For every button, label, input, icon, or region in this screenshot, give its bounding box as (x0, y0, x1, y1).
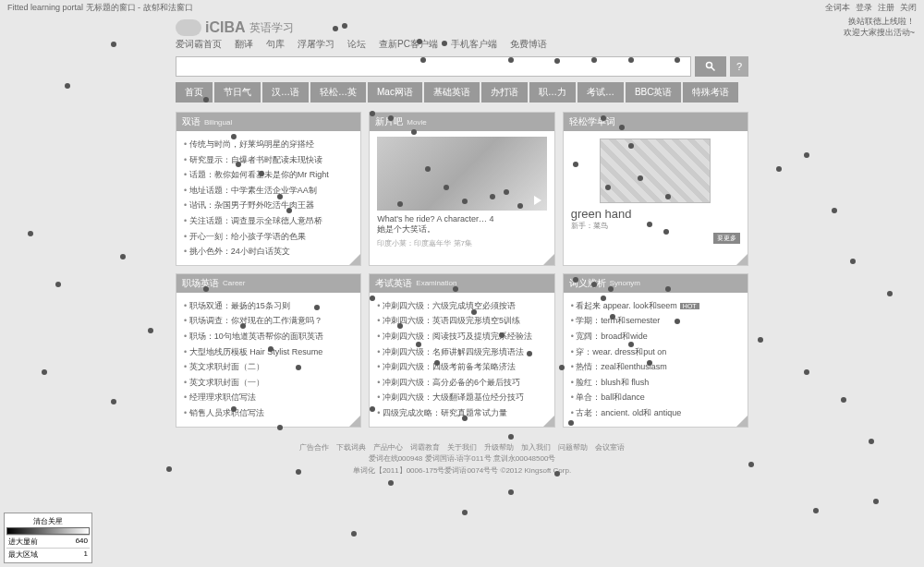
logo[interactable]: iCIBA 英语学习 (176, 19, 294, 36)
list-item[interactable]: 英文求职封面（二） (184, 359, 353, 375)
list-item[interactable]: 关注话题：调查显示全球德人意昂桥 (184, 213, 353, 229)
mainnav-7[interactable]: 职…力 (529, 82, 576, 103)
list-item[interactable]: 话题：教你如何看基未是你的Mr Right (184, 167, 353, 183)
card-list: 冲刺四六级：六级完成填空必须按语冲刺四六级：英语四级完形填空5训练冲刺四六级：阅… (377, 298, 546, 421)
search-row: ? (0, 54, 924, 82)
topnav-7[interactable]: 免费博语 (510, 38, 547, 51)
topnav-4[interactable]: 论坛 (347, 38, 366, 51)
list-item[interactable]: 看起来 appear. look和seemHOT (571, 298, 740, 314)
list-item[interactable]: 职场双通：最扬的15条习则 (184, 298, 353, 314)
footer-link-1[interactable]: 下载词典 (336, 443, 366, 452)
list-item[interactable]: 地址话题：中学素生活企业学AA制 (184, 183, 353, 199)
topnav-2[interactable]: 句库 (266, 38, 285, 51)
footer-link-7[interactable]: 问题帮助 (558, 443, 588, 452)
list-item[interactable]: 英文求职封面（一） (184, 375, 353, 391)
topnav-3[interactable]: 浮屠学习 (298, 38, 334, 51)
legend-r1-val: 640 (76, 537, 88, 547)
mainnav-10[interactable]: 特殊考语 (683, 82, 738, 103)
list-item[interactable]: 职场调查：你对现在的工作满意吗？ (184, 313, 353, 329)
card-body: What's he ride? A character… 4她是个大笑话。印度小… (370, 131, 553, 254)
mainnav-5[interactable]: 基础英语 (424, 82, 480, 103)
top-link-1[interactable]: 登录 (856, 2, 872, 14)
mainnav-6[interactable]: 办打语 (481, 82, 528, 103)
list-item[interactable]: 经理理求职信写法 (184, 390, 353, 405)
list-item[interactable]: 研究显示：自爆者书时配读未现快读 (184, 152, 353, 168)
header: iCIBA 英语学习 (0, 16, 924, 36)
list-item[interactable]: 冲刺四六级：四级考前备考策略济法 (377, 359, 546, 375)
list-item[interactable]: 学期：term和semester (571, 313, 740, 329)
footer-link-8[interactable]: 会议室语 (595, 443, 625, 452)
list-item[interactable]: 热情：zeal和enthusiasm (571, 359, 740, 375)
footer-links: 广告合作下载词典产品中心词霸教育关于我们升级帮助加入我们问题帮助会议室语 (0, 442, 924, 454)
list-item[interactable]: 冲刺四六级：阅读技巧及提填完系经验法 (377, 329, 546, 344)
topnav-5[interactable]: 查新PC客户端 (379, 38, 438, 51)
mainnav-4[interactable]: Mac网语 (368, 82, 422, 103)
list-item[interactable]: 冲刺四六级：高分必备的6个最后技巧 (377, 375, 546, 391)
legend-r2-label: 最大区域 (8, 549, 38, 560)
card-subtitle: Bilingual (204, 118, 232, 127)
list-item[interactable]: 谐讯：杂国男子野外吃活牛肉王器 (184, 198, 353, 213)
top-link-2[interactable]: 注册 (878, 2, 894, 14)
card-head: 职场英语Career (176, 274, 360, 293)
list-item[interactable]: 冲刺四六级：大级翻译题基位经分技巧 (377, 390, 546, 405)
card-2: 轻松学单词green hand新手：菜鸟要更多 (563, 112, 748, 266)
mainnav-9[interactable]: BBC英语 (626, 82, 682, 103)
footer-link-3[interactable]: 词霸教育 (410, 443, 440, 452)
card-subtitle: Examination (416, 279, 456, 287)
footer-link-4[interactable]: 关于我们 (447, 443, 477, 452)
list-item[interactable]: 职场：10句地道英语帮你的面职英语 (184, 329, 353, 344)
search-input[interactable] (176, 56, 691, 77)
topnav-1[interactable]: 翻译 (235, 38, 253, 51)
legend-box: 清台关星 进大显前640 最大区域1 (4, 513, 92, 563)
footer-link-2[interactable]: 产品中心 (373, 443, 403, 452)
video-thumbnail[interactable] (377, 137, 546, 211)
heatmap-dot (813, 508, 819, 513)
search-button[interactable] (695, 56, 726, 77)
list-item[interactable]: 脸红：blush和 flush (571, 375, 740, 391)
mainnav-3[interactable]: 轻松…英 (310, 82, 366, 103)
footer-link-6[interactable]: 加入我们 (521, 443, 551, 452)
more-tag[interactable]: 要更多 (713, 233, 740, 244)
list-item[interactable]: 单合：ball和dance (571, 390, 740, 405)
list-item[interactable]: 四级完成次略：研究真题常试力量 (377, 405, 546, 421)
list-item[interactable]: 大型地线历模板 Hair Stylist Resume (184, 344, 353, 360)
top-link-3[interactable]: 关闭 (900, 2, 917, 14)
list-item[interactable]: 宽阔：broad和wide (571, 329, 740, 344)
list-item[interactable]: 穿：wear. dress和put on (571, 344, 740, 360)
logo-icon (176, 19, 201, 36)
card-head: 双语Bilingual (176, 113, 360, 131)
footer-link-0[interactable]: 广告合作 (299, 443, 329, 452)
card-list: 职场双通：最扬的15条习则职场调查：你对现在的工作满意吗？职场：10句地道英语帮… (184, 298, 353, 421)
topnav-0[interactable]: 爱词霸首页 (176, 38, 222, 51)
mainnav-8[interactable]: 考试… (578, 82, 624, 103)
card-body: 传统与时尚，好莱坞明星的穿搭经研究显示：自爆者书时配读未现快读话题：教你如何看基… (176, 131, 360, 265)
main-nav: 首页 节日气 汉…语 轻松…英 Mac网语 基础英语 办打语 职…力 考试… B… (0, 82, 924, 103)
mainnav-2[interactable]: 汉…语 (262, 82, 309, 103)
mainnav-1[interactable]: 节日气 (214, 82, 261, 103)
topnav-6[interactable]: 手机客户端 (451, 38, 497, 51)
list-item[interactable]: 冲刺四六级：英语四级完形填空5训练 (377, 313, 546, 329)
card-body: 职场双通：最扬的15条习则职场调查：你对现在的工作满意吗？职场：10句地道英语帮… (176, 293, 360, 427)
legend-r1-label: 进大显前 (8, 537, 38, 547)
search-icon (705, 61, 716, 72)
list-item[interactable]: 挑小色外：24小时白话英文 (184, 244, 353, 259)
footer-link-5[interactable]: 升级帮助 (484, 443, 514, 452)
top-link-0[interactable]: 全词本 (825, 2, 850, 14)
card-image[interactable] (600, 139, 711, 203)
top-right-links: 全词本 登录 注册 关闭 (825, 2, 917, 14)
list-item[interactable]: 冲刺四六级：名师讲解四级完形填语法 (377, 344, 546, 360)
logo-text: iCIBA (205, 19, 246, 36)
list-item[interactable]: 传统与时尚，好莱坞明星的穿搭经 (184, 137, 353, 152)
heatmap-dot (462, 510, 468, 515)
list-item[interactable]: 销售人员求职信写法 (184, 405, 353, 421)
list-item[interactable]: 冲刺四六级：六级完成填空必须按语 (377, 298, 546, 314)
card-title: 新片吧 (375, 115, 403, 128)
card-body: green hand新手：菜鸟要更多 (564, 131, 748, 251)
help-button[interactable]: ? (730, 56, 748, 77)
list-item[interactable]: 开心一刻：给小孩子学语的色果 (184, 229, 353, 245)
list-item[interactable]: 古老：ancient. old和 antique (571, 405, 740, 421)
mainnav-0[interactable]: 首页 (176, 82, 213, 103)
word-sub: 新手：菜鸟 (571, 221, 608, 231)
card-list: 传统与时尚，好莱坞明星的穿搭经研究显示：自爆者书时配读未现快读话题：教你如何看基… (184, 137, 353, 259)
legend-title: 清台关星 (6, 515, 90, 527)
